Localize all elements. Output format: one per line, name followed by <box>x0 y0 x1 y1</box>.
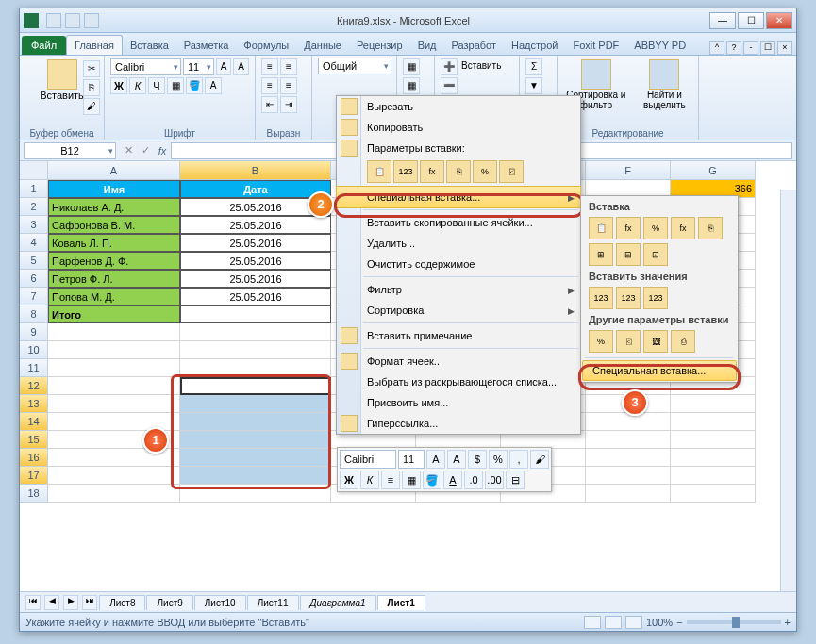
sheet-tab[interactable]: Лист11 <box>247 595 299 610</box>
ctx-cut[interactable]: Вырезать <box>337 96 580 117</box>
fill-icon[interactable]: ▼ <box>525 77 542 94</box>
number-format-combo[interactable]: Общий <box>318 58 391 74</box>
shrink-font-icon[interactable]: A <box>233 58 249 75</box>
fill-color-icon[interactable]: 🪣 <box>186 77 203 94</box>
help-icon[interactable]: ? <box>726 41 741 55</box>
mdi-restore-icon[interactable]: ☐ <box>760 41 775 55</box>
sub-linked-pic-icon[interactable]: ⎙ <box>671 330 695 353</box>
qat-undo-icon[interactable] <box>65 13 80 28</box>
sub-picture-icon[interactable]: 🖼 <box>643 330 668 353</box>
tab-formulas[interactable]: Формулы <box>236 36 296 55</box>
underline-button[interactable]: Ч <box>148 77 165 94</box>
sheet-nav-next-icon[interactable]: ▶ <box>63 595 78 610</box>
zoom-in-icon[interactable]: + <box>785 617 791 628</box>
sub-formatting-icon[interactable]: % <box>589 330 613 353</box>
sub-values-icon[interactable]: 123 <box>589 287 613 309</box>
sheet-tab[interactable]: Лист9 <box>146 595 192 610</box>
sub-paste-merge-icon[interactable]: ⊡ <box>643 243 668 266</box>
ctx-pick-from-list[interactable]: Выбрать из раскрывающегося списка... <box>337 372 580 392</box>
mini-italic-icon[interactable]: К <box>360 471 379 489</box>
sheet-tab[interactable]: Диаграмма1 <box>300 595 376 610</box>
tab-data[interactable]: Данные <box>296 36 349 55</box>
indent-dec-icon[interactable]: ⇤ <box>261 96 278 113</box>
sheet-tab[interactable]: Лист10 <box>194 595 246 610</box>
mini-percent-icon[interactable]: % <box>489 450 508 469</box>
border-icon[interactable]: ▦ <box>167 77 184 94</box>
find-select-button[interactable]: Найти и выделить <box>637 58 692 112</box>
delete-cells-icon[interactable]: ➖ <box>441 77 458 94</box>
ctx-hyperlink[interactable]: Гиперссылка... <box>337 413 580 434</box>
mini-font-combo[interactable]: Calibri <box>340 450 396 469</box>
indent-inc-icon[interactable]: ⇥ <box>280 96 297 113</box>
ctx-comment[interactable]: Вставить примечание <box>337 325 580 346</box>
sub-paste-all-icon[interactable]: 📋 <box>589 217 613 239</box>
mini-grow-font-icon[interactable]: A <box>426 450 445 469</box>
view-layout-icon[interactable] <box>605 616 622 629</box>
zoom-level[interactable]: 100% <box>646 617 673 628</box>
col-header-F[interactable]: F <box>586 161 671 180</box>
sheet-nav-prev-icon[interactable]: ◀ <box>44 595 59 610</box>
mini-painter-icon[interactable]: 🖌 <box>530 450 549 469</box>
table-header[interactable]: Дата <box>180 180 331 198</box>
mini-bold-icon[interactable]: Ж <box>340 471 358 489</box>
sub-values-src-icon[interactable]: 123 <box>643 287 668 309</box>
mini-comma-icon[interactable]: , <box>509 450 528 469</box>
ctx-copy[interactable]: Копировать <box>337 117 580 138</box>
format-painter-icon[interactable]: 🖌 <box>83 98 100 115</box>
sub-paste-transpose-icon[interactable]: ⊟ <box>616 243 641 266</box>
maximize-button[interactable]: ☐ <box>738 12 764 29</box>
paste-transpose-icon[interactable]: ⎘ <box>446 160 471 183</box>
cancel-fx-icon[interactable]: ✕ <box>120 144 137 157</box>
mini-fontcolor-icon[interactable]: A <box>443 471 462 489</box>
view-normal-icon[interactable] <box>584 616 601 629</box>
close-button[interactable]: ✕ <box>766 12 792 29</box>
ctx-format-cells[interactable]: Формат ячеек... <box>337 351 580 372</box>
ctx-insert-copied[interactable]: Вставить скопированные ячейки... <box>337 212 580 233</box>
mini-merge-icon[interactable]: ⊟ <box>506 471 525 489</box>
bold-button[interactable]: Ж <box>110 77 127 94</box>
active-cell[interactable] <box>180 377 331 395</box>
col-header-G[interactable]: G <box>671 161 756 180</box>
sheet-tab[interactable]: Лист8 <box>99 595 145 610</box>
col-header-B[interactable]: B <box>180 161 331 180</box>
align-center-icon[interactable]: ≡ <box>280 77 297 94</box>
paste-formatting-icon[interactable]: % <box>473 160 497 183</box>
paste-values-icon[interactable]: 123 <box>393 160 418 183</box>
mdi-min-icon[interactable]: - <box>743 41 758 55</box>
paste-formulas-icon[interactable]: fx <box>420 160 444 183</box>
mini-border-icon[interactable]: ▦ <box>402 471 421 489</box>
submenu-paste-special[interactable]: Специальная вставка... <box>582 360 737 381</box>
table-header[interactable]: Имя <box>48 180 180 198</box>
tab-insert[interactable]: Вставка <box>123 36 176 55</box>
ctx-clear[interactable]: Очистить содержимое <box>337 254 580 274</box>
ctx-delete[interactable]: Удалить... <box>337 233 580 254</box>
ctx-define-name[interactable]: Присвоить имя... <box>337 392 580 413</box>
tab-view[interactable]: Вид <box>410 36 444 55</box>
tab-developer[interactable]: Разработ <box>444 36 504 55</box>
file-tab[interactable]: Файл <box>22 36 66 55</box>
zoom-out-icon[interactable]: − <box>676 617 682 628</box>
sheet-nav-first-icon[interactable]: ⏮ <box>25 595 41 610</box>
enter-fx-icon[interactable]: ✓ <box>137 144 154 157</box>
mini-fill-icon[interactable]: 🪣 <box>423 471 441 489</box>
sub-paste-fx-icon[interactable]: fx <box>616 217 641 239</box>
vertical-scrollbar[interactable] <box>780 190 796 591</box>
sub-paste-pct-icon[interactable]: % <box>643 217 668 239</box>
align-left-icon[interactable]: ≡ <box>261 77 278 94</box>
sub-link-icon[interactable]: ⍃ <box>616 330 641 353</box>
insert-menu-label[interactable]: Вставить <box>459 58 503 75</box>
ctx-paste-options[interactable]: Параметры вставки: <box>337 138 580 158</box>
col-header-A[interactable]: A <box>48 161 180 180</box>
sub-paste-noborder-icon[interactable]: ⎘ <box>698 217 723 239</box>
ctx-paste-special[interactable]: Специальная вставка...▶ <box>336 186 581 208</box>
sub-paste-fxnum-icon[interactable]: fx <box>671 217 695 239</box>
minimize-button[interactable]: — <box>709 12 736 29</box>
ctx-sort[interactable]: Сортировка▶ <box>337 300 580 321</box>
mini-inc-dec-icon[interactable]: .0 <box>464 471 483 489</box>
tab-review[interactable]: Рецензир <box>349 36 410 55</box>
mini-dec-dec-icon[interactable]: .00 <box>485 471 504 489</box>
mini-size-combo[interactable]: 11 <box>398 450 425 469</box>
zoom-slider[interactable] <box>687 620 781 624</box>
table-format-icon[interactable]: ▦ <box>403 77 420 94</box>
italic-button[interactable]: К <box>129 77 146 94</box>
